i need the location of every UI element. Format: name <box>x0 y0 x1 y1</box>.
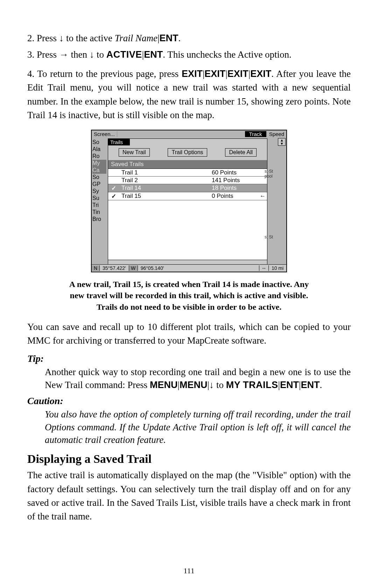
gps-screenshot: Screen... Track Speed ▴▾ So Ala Ro My Ca… <box>91 130 287 272</box>
ent-key: ENT <box>280 380 299 390</box>
exit-key: EXIT <box>204 69 225 79</box>
trails-button-row: New Trail Trail Options Delete All <box>108 145 267 160</box>
trail-points: 18 Points <box>212 185 257 192</box>
trail-row[interactable]: ✓ Trail 15 0 Points ← <box>108 192 267 200</box>
menu-key: MENU <box>180 380 208 390</box>
ent-key: ENT <box>301 380 320 390</box>
bg-menu-item[interactable]: So <box>92 174 106 181</box>
bg-menu-item[interactable]: Ala <box>92 146 106 153</box>
caution-body: You also have the option of completely t… <box>45 408 351 446</box>
delete-all-button[interactable]: Delete All <box>225 148 257 157</box>
caption-line: Trails do not need to be visible in orde… <box>97 302 281 311</box>
para-after-caption: You can save and recall up to 10 differe… <box>27 320 351 347</box>
bg-menu-item[interactable]: Tin <box>92 209 106 216</box>
status-bar: N 35°57.422' W 96°05.140' ↔ 10 mi <box>92 264 286 272</box>
map-label: pool <box>265 174 285 179</box>
caption-line: new travel will be recorded in this trai… <box>70 291 308 300</box>
step-2-prefix: 2. Press ↓ to the active <box>27 33 115 43</box>
trails-panel: Trails New Trail Trail Options Delete Al… <box>108 138 267 265</box>
map-label: st St <box>265 235 285 239</box>
saved-trails-header: Saved Trails <box>108 160 267 168</box>
trails-smallcap: TRAILS <box>243 380 278 390</box>
trail-points: 0 Points <box>212 193 257 200</box>
caution-heading: Caution: <box>27 395 351 407</box>
tab-speed[interactable]: Speed <box>267 131 286 137</box>
trail-options-button[interactable]: Trail Options <box>168 148 207 157</box>
map-scale: 10 mi <box>268 265 286 271</box>
trail-points: 141 Points <box>212 177 257 184</box>
trail-name-italic: Trail Name <box>115 33 158 43</box>
visible-check: ✓ <box>110 185 118 192</box>
new-trail-button[interactable]: New Trail <box>119 148 150 157</box>
step-3b: . This unchecks the Active option. <box>163 49 292 60</box>
manual-page: 2. Press ↓ to the active Trail Name|ENT.… <box>0 0 378 588</box>
background-menu: So Ala Ro My Ca So GP Sy Su Tri Tin Bro <box>92 139 106 223</box>
bg-menu-item[interactable]: Su <box>92 195 106 202</box>
exit-key: EXIT <box>182 69 203 79</box>
figure-wrap: Screen... Track Speed ▴▾ So Ala Ro My Ca… <box>27 130 351 272</box>
map-label: st·St <box>265 169 285 174</box>
lat-hemisphere: N <box>92 265 100 271</box>
bg-menu-item[interactable]: Ro <box>92 153 106 160</box>
period: . <box>320 380 322 390</box>
tip-body: Another quick way to stop recording one … <box>45 366 351 391</box>
trail-name: Trail 2 <box>118 177 212 184</box>
top-tabs: Screen... Track Speed <box>92 130 286 138</box>
trail-name: Trail 1 <box>118 169 212 176</box>
map-fragment-labels: st·St pool st St <box>265 169 285 239</box>
bg-menu-item[interactable]: So <box>92 139 106 146</box>
section-body: The active trail is automatically displa… <box>27 468 351 523</box>
my-smallcap: MY <box>226 380 241 390</box>
trail-row-selected[interactable]: ✓ Trail 14 18 Points <box>108 184 267 192</box>
trail-name: Trail 15 <box>118 193 212 200</box>
period: . <box>178 33 181 43</box>
lon-hemisphere: W <box>129 265 138 271</box>
bg-menu-item[interactable]: Sy <box>92 188 106 195</box>
ent-key: ENT <box>159 33 178 43</box>
tab-screen[interactable]: Screen... <box>92 131 117 137</box>
exit-key: EXIT <box>227 69 248 79</box>
tip-heading: Tip: <box>27 353 351 364</box>
trails-panel-title: Trails <box>108 139 130 145</box>
trail-row[interactable]: Trail 1 60 Points <box>108 169 267 177</box>
longitude: 96°05.140' <box>138 265 252 271</box>
section-heading: Displaying a Saved Trail <box>27 452 351 466</box>
page-number: 111 <box>0 566 378 575</box>
step-3a: 3. Press → then ↓ to <box>27 49 106 60</box>
exit-key: EXIT <box>250 69 271 79</box>
bg-menu-item[interactable]: Bro <box>92 216 106 223</box>
saved-trails-list[interactable]: Trail 1 60 Points Trail 2 141 Points ✓ T… <box>108 168 267 260</box>
visible-check: ✓ <box>110 193 118 200</box>
pan-arrows-icon[interactable]: ↔ <box>259 265 268 271</box>
latitude: 35°57.422' <box>100 265 129 271</box>
tip-text-b: ↓ to <box>209 380 226 390</box>
menu-key: MENU <box>150 380 178 390</box>
updown-spinner[interactable]: ▴▾ <box>278 138 286 146</box>
tab-track[interactable]: Track <box>245 131 266 137</box>
trail-name: Trail 14 <box>118 185 212 192</box>
step-4a: 4. To return to the previous page, press <box>27 69 182 79</box>
bg-menu-item[interactable]: GP <box>92 181 106 188</box>
bg-menu-item-highlight[interactable]: My <box>92 160 106 167</box>
ent-key: ENT <box>144 49 163 60</box>
bg-menu-item-highlight[interactable]: Ca <box>92 167 106 174</box>
figure-caption: A new trail, Trail 15, is created when T… <box>34 279 344 313</box>
caption-line: A new trail, Trail 15, is created when T… <box>69 280 309 289</box>
step-2: 2. Press ↓ to the active Trail Name|ENT. <box>27 31 351 45</box>
active-smallcap: ACTIVE <box>106 49 142 60</box>
bg-menu-item[interactable]: Tri <box>92 202 106 209</box>
step-4: 4. To return to the previous page, press… <box>27 67 351 122</box>
step-3: 3. Press → then ↓ to ACTIVE|ENT. This un… <box>27 48 351 62</box>
trail-points: 60 Points <box>212 169 257 176</box>
trail-row[interactable]: Trail 2 141 Points <box>108 177 267 184</box>
